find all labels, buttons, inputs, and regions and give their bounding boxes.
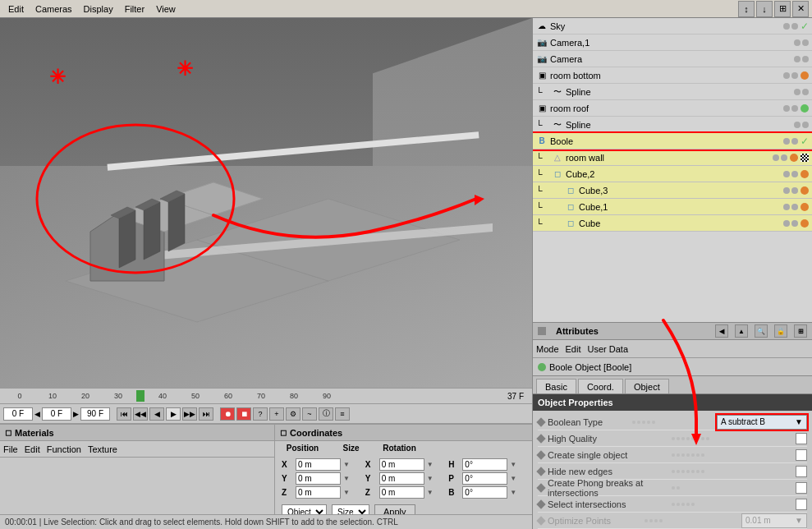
prop-phong-breaks-dots xyxy=(672,486,792,490)
coord-size-z-input[interactable] xyxy=(379,486,424,499)
obj-spline1[interactable]: └ 〜 Spline xyxy=(533,84,812,100)
right-panel: ☁ Sky ✓ 📷 Camera,1 📷 Camera xyxy=(532,18,812,529)
extra-btn[interactable]: ≡ xyxy=(335,407,350,421)
prop-optimize-input[interactable]: 0.01 m ▼ xyxy=(741,513,807,528)
prop-high-quality-checkbox[interactable] xyxy=(796,433,807,444)
prop-boolean-type-dots xyxy=(632,421,713,424)
obj-cube2[interactable]: └ ◻ Cube,2 xyxy=(533,166,812,182)
obj-boole[interactable]: B Boole ✓ xyxy=(533,133,812,150)
coord-grid: X ▼ X ▼ H ▼ Y xyxy=(275,455,532,502)
stop-btn[interactable]: ⏹ xyxy=(236,407,251,421)
coord-pos-y-down[interactable]: ▼ xyxy=(343,475,350,482)
coord-pos-y-input[interactable] xyxy=(296,472,341,485)
obj-camera1[interactable]: 📷 Camera,1 xyxy=(533,34,812,51)
materials-texture[interactable]: Texture xyxy=(88,444,117,454)
coord-rot-p-input[interactable] xyxy=(462,472,507,485)
object-list[interactable]: ☁ Sky ✓ 📷 Camera,1 📷 Camera xyxy=(533,18,812,322)
attr-edit-label[interactable]: Edit xyxy=(566,344,581,354)
menu-filter[interactable]: Filter xyxy=(120,2,149,16)
scene-floor xyxy=(0,166,532,388)
coord-rot-b-input[interactable] xyxy=(462,486,507,499)
obj-room-wall-orange xyxy=(790,154,798,162)
attr-grid[interactable]: ⊞ xyxy=(794,324,807,338)
prop-hide-edges-diamond xyxy=(536,467,545,476)
menu-display[interactable]: Display xyxy=(79,2,118,16)
add-key-btn[interactable]: + xyxy=(269,407,284,421)
viewport-canvas[interactable]: ✳ ✳ xyxy=(0,18,532,388)
obj-spline2[interactable]: └ 〜 Spline xyxy=(533,117,812,133)
obj-sky-dots xyxy=(783,23,798,30)
prop-boolean-type-text: A subtract B xyxy=(721,417,765,426)
obj-spline1-dot1 xyxy=(794,89,801,95)
coord-size-x-input[interactable] xyxy=(379,458,424,471)
coord-rot-h-down[interactable]: ▼ xyxy=(510,461,516,468)
materials-edit[interactable]: Edit xyxy=(25,444,40,454)
attr-nav-up[interactable]: ▲ xyxy=(735,324,748,338)
frame-end-input[interactable] xyxy=(80,407,110,421)
frame-start-input[interactable] xyxy=(3,407,33,421)
prop-boolean-type-value[interactable]: A subtract B ▼ xyxy=(717,415,807,430)
obj-camera1-dots xyxy=(794,39,809,46)
coord-size-z-down[interactable]: ▼ xyxy=(427,489,434,496)
coord-size-x-down[interactable]: ▼ xyxy=(427,461,434,468)
obj-cube1[interactable]: └ ◻ Cube,1 xyxy=(533,199,812,215)
playback-play-btn[interactable]: ▶ xyxy=(166,407,181,421)
obj-room-roof[interactable]: ▣ room roof xyxy=(533,100,812,117)
attr-tab-coord[interactable]: Coord. xyxy=(578,379,623,393)
coord-rot-h-input[interactable] xyxy=(462,458,507,471)
toolbar-down-icon[interactable]: ↓ xyxy=(756,1,773,17)
coord-rot-p-down[interactable]: ▼ xyxy=(510,475,516,482)
materials-function[interactable]: Function xyxy=(47,444,81,454)
prop-phong-breaks-checkbox[interactable] xyxy=(796,482,807,494)
coord-pos-x-input[interactable] xyxy=(296,458,341,471)
timeline-marker[interactable] xyxy=(136,390,145,402)
obj-sky[interactable]: ☁ Sky ✓ xyxy=(533,18,812,34)
obj-camera[interactable]: 📷 Camera xyxy=(533,51,812,67)
toolbar-grid-icon[interactable]: ⊞ xyxy=(774,1,791,17)
coord-pos-x-down[interactable]: ▼ xyxy=(343,461,350,468)
attr-tab-basic[interactable]: Basic xyxy=(536,379,576,393)
attr-tab-object[interactable]: Object xyxy=(625,379,669,393)
playback-back-btn[interactable]: ◀ xyxy=(149,407,164,421)
prop-create-single-checkbox[interactable] xyxy=(796,449,807,461)
attr-mode-label[interactable]: Mode xyxy=(536,344,559,354)
coord-pos-z-input[interactable] xyxy=(296,486,341,499)
obj-cube3[interactable]: └ ◻ Cube,3 xyxy=(533,182,812,199)
menu-edit[interactable]: Edit xyxy=(3,2,29,16)
coord-size-y-down[interactable]: ▼ xyxy=(427,475,434,482)
playback-start-btn[interactable]: ⏮ xyxy=(117,407,131,421)
attr-lock[interactable]: 🔒 xyxy=(774,324,787,338)
anim-btn[interactable]: ~ xyxy=(302,407,317,421)
obj-cube[interactable]: └ ◻ Cube xyxy=(533,215,812,232)
coord-size-z: Z ▼ xyxy=(365,486,443,499)
toolbar-close-icon[interactable]: ✕ xyxy=(792,1,809,17)
menu-view[interactable]: View xyxy=(151,2,181,16)
coord-rot-b-down[interactable]: ▼ xyxy=(510,489,516,496)
obj-sky-name: Sky xyxy=(550,21,781,31)
status-bar: 00:00:01 | Live Selection: Click and dra… xyxy=(0,514,532,529)
playback-prev-btn[interactable]: ◀◀ xyxy=(133,407,148,421)
toolbar-move-icon[interactable]: ↕ xyxy=(738,1,755,17)
prop-hide-edges-checkbox[interactable] xyxy=(796,466,807,477)
attr-userdata-label[interactable]: User Data xyxy=(588,344,629,354)
materials-title: Materials xyxy=(15,428,54,438)
playback-fwd-btn[interactable]: ▶▶ xyxy=(182,407,197,421)
frame-current-input[interactable] xyxy=(42,407,71,421)
settings-btn[interactable]: ⚙ xyxy=(286,407,300,421)
obj-room-wall[interactable]: └ △ room wall xyxy=(533,150,812,166)
attr-nav-back[interactable]: ◀ xyxy=(715,324,728,338)
attr-search[interactable]: 🔍 xyxy=(755,324,768,338)
help-btn[interactable]: ? xyxy=(253,407,268,421)
obj-room-wall-dot1 xyxy=(773,154,779,161)
coord-pos-z-down[interactable]: ▼ xyxy=(343,489,350,496)
info-btn[interactable]: ⓘ xyxy=(319,407,333,421)
coord-size-y-input[interactable] xyxy=(379,472,424,485)
obj-cube3-dots xyxy=(783,187,798,194)
menu-cameras[interactable]: Cameras xyxy=(30,2,77,16)
obj-boole-dot1 xyxy=(783,138,790,145)
obj-room-bottom[interactable]: ▣ room bottom xyxy=(533,67,812,84)
materials-file[interactable]: File xyxy=(3,444,18,454)
playback-end-btn[interactable]: ⏭ xyxy=(199,407,213,421)
record-btn[interactable]: ⏺ xyxy=(220,407,235,421)
prop-select-intersections-checkbox[interactable] xyxy=(796,499,807,510)
